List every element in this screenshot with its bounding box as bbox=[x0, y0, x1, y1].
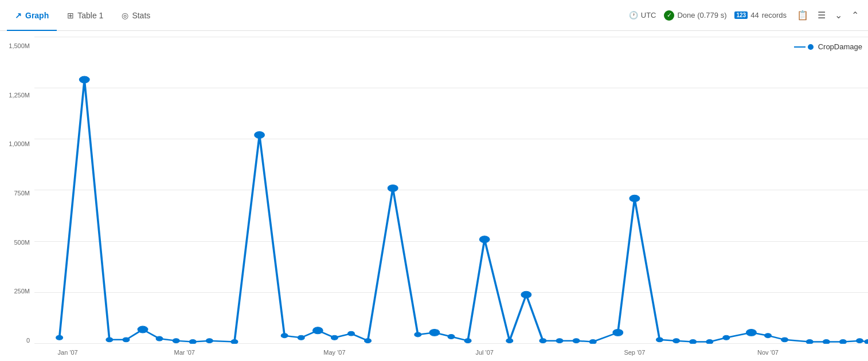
toolbar-icons: 📋 ☰ ⌄ ⌃ bbox=[795, 7, 861, 23]
legend: CropDamage bbox=[794, 42, 862, 51]
tab-graph[interactable]: ↗ Graph bbox=[7, 0, 57, 31]
svg-point-1 bbox=[80, 76, 89, 83]
svg-point-11 bbox=[281, 333, 288, 338]
chevron-down-icon[interactable]: ⌄ bbox=[832, 7, 844, 23]
svg-point-2 bbox=[106, 338, 113, 342]
x-axis: Jan '07Mar '07May '07Jul '07Sep '07Nov '… bbox=[34, 344, 868, 361]
svg-point-23 bbox=[506, 339, 513, 343]
svg-point-38 bbox=[781, 338, 788, 342]
timezone-indicator: 🕐 UTC bbox=[629, 11, 656, 19]
svg-point-0 bbox=[56, 335, 63, 340]
columns-icon[interactable]: ☰ bbox=[815, 7, 828, 23]
clipboard-icon[interactable]: 📋 bbox=[795, 7, 811, 23]
clock-icon: 🕐 bbox=[629, 11, 638, 19]
svg-point-32 bbox=[673, 339, 680, 343]
chart-area: Jan '07Mar '07May '07Jul '07Sep '07Nov '… bbox=[34, 37, 868, 361]
y-axis-label: 250M bbox=[5, 288, 30, 295]
x-axis-label: Mar '07 bbox=[174, 349, 195, 356]
y-axis-label: 1,500M bbox=[5, 42, 30, 49]
svg-point-20 bbox=[448, 335, 455, 339]
legend-line-item bbox=[794, 44, 814, 50]
svg-point-24 bbox=[521, 291, 531, 298]
legend-dot bbox=[808, 44, 814, 50]
svg-point-41 bbox=[840, 339, 847, 344]
legend-dash bbox=[794, 46, 806, 48]
svg-point-10 bbox=[255, 132, 264, 139]
table-tab-label: Table 1 bbox=[77, 11, 103, 20]
svg-point-3 bbox=[123, 338, 130, 342]
svg-point-16 bbox=[365, 339, 372, 343]
svg-point-19 bbox=[429, 329, 439, 336]
done-circle-icon: ✓ bbox=[664, 10, 674, 21]
x-axis-label: Sep '07 bbox=[624, 349, 645, 356]
svg-point-39 bbox=[806, 339, 813, 344]
graph-tab-label: Graph bbox=[25, 11, 49, 20]
chevron-up-icon[interactable]: ⌃ bbox=[849, 7, 861, 23]
graph-tab-icon: ↗ bbox=[15, 11, 22, 20]
svg-point-25 bbox=[539, 339, 546, 343]
svg-point-18 bbox=[415, 332, 421, 337]
svg-point-36 bbox=[746, 329, 756, 336]
svg-point-29 bbox=[613, 329, 623, 336]
svg-point-27 bbox=[573, 339, 580, 343]
y-axis-label: 1,000M bbox=[5, 140, 30, 147]
svg-point-12 bbox=[298, 335, 304, 340]
x-axis-label: Nov '07 bbox=[757, 349, 779, 356]
x-axis-label: Jan '07 bbox=[58, 349, 78, 356]
svg-point-22 bbox=[479, 236, 489, 243]
svg-point-6 bbox=[173, 339, 179, 343]
y-axis-label: 500M bbox=[5, 239, 30, 246]
done-label: Done (0.779 s) bbox=[677, 11, 726, 19]
svg-point-8 bbox=[206, 339, 213, 343]
records-indicator: 123 44 records bbox=[734, 11, 787, 19]
svg-point-28 bbox=[589, 339, 596, 344]
x-axis-label: May '07 bbox=[323, 349, 345, 356]
svg-point-21 bbox=[464, 339, 471, 343]
tab-stats[interactable]: ◎ Stats bbox=[114, 0, 158, 31]
svg-point-14 bbox=[331, 335, 338, 340]
legend-series-name: CropDamage bbox=[818, 42, 862, 51]
svg-point-26 bbox=[556, 339, 563, 343]
tab-table1[interactable]: ⊞ Table 1 bbox=[59, 0, 111, 31]
svg-point-37 bbox=[765, 333, 772, 338]
svg-point-31 bbox=[656, 338, 663, 342]
header: ↗ Graph ⊞ Table 1 ◎ Stats 🕐 UTC ✓ Done (… bbox=[0, 0, 868, 31]
records-icon: 123 bbox=[734, 11, 748, 19]
svg-point-7 bbox=[189, 339, 196, 344]
x-axis-label: Jul '07 bbox=[475, 349, 493, 356]
svg-point-5 bbox=[156, 336, 163, 341]
y-axis-label: 750M bbox=[5, 190, 30, 197]
svg-point-15 bbox=[348, 331, 355, 336]
svg-point-33 bbox=[690, 339, 697, 344]
timezone-label: UTC bbox=[641, 11, 656, 19]
records-count: 44 bbox=[750, 11, 758, 19]
svg-point-34 bbox=[706, 339, 713, 344]
svg-point-30 bbox=[630, 195, 639, 202]
y-axis-label: 0 bbox=[5, 337, 30, 344]
records-label: records bbox=[762, 11, 787, 19]
header-right: 🕐 UTC ✓ Done (0.779 s) 123 44 records 📋 … bbox=[629, 7, 861, 23]
svg-point-35 bbox=[723, 335, 730, 340]
svg-point-43 bbox=[865, 339, 868, 344]
y-axis-label: 1,250M bbox=[5, 92, 30, 99]
table-tab-icon: ⊞ bbox=[67, 11, 74, 20]
svg-point-17 bbox=[388, 185, 397, 191]
done-status: ✓ Done (0.779 s) bbox=[664, 10, 726, 21]
stats-tab-label: Stats bbox=[132, 11, 150, 20]
y-axis: 1,500M1,250M1,000M750M500M250M0 bbox=[0, 37, 34, 361]
svg-point-42 bbox=[857, 339, 863, 343]
svg-point-40 bbox=[823, 339, 830, 344]
svg-point-9 bbox=[231, 339, 238, 344]
svg-point-13 bbox=[313, 327, 323, 334]
svg-point-4 bbox=[138, 326, 147, 333]
chart-container: 1,500M1,250M1,000M750M500M250M0 Jan '07M… bbox=[0, 31, 868, 361]
line-chart-svg bbox=[34, 37, 868, 344]
stats-tab-icon: ◎ bbox=[122, 11, 128, 20]
